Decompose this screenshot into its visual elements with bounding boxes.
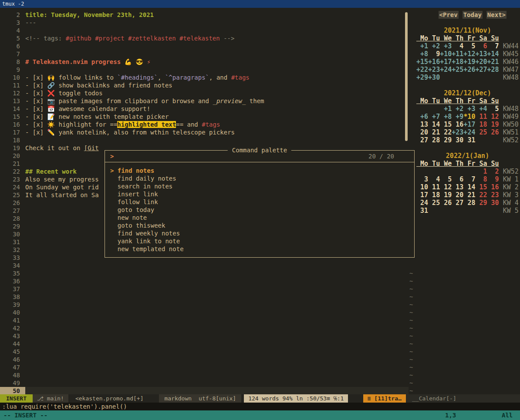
calendar-week-row[interactable]: +15+16+17+18+19+20+21 KW46 — [416, 58, 519, 66]
calendar-week-row[interactable]: +22+23+24+25+26+27+28 KW47 — [416, 66, 519, 74]
editor-line[interactable]: 15- [x] 📝 new notes with template picker — [0, 113, 409, 121]
line-number: 50 — [0, 387, 25, 394]
line-text: - [x] ☀️ highlight for ==highlighted tex… — [25, 121, 220, 128]
empty-line-tilde: ~ — [409, 301, 413, 309]
editor-line[interactable]: 35 — [0, 269, 409, 277]
line-number: 35 — [0, 269, 25, 277]
palette-item[interactable]: insert link — [110, 190, 414, 198]
editor-line[interactable]: 45 — [0, 348, 409, 356]
editor-line[interactable]: 9 — [0, 66, 409, 74]
line-text: # Telekasten.nvim progress 💪 😎 ⚡ — [25, 58, 151, 66]
palette-item[interactable]: new note — [110, 214, 414, 222]
palette-item[interactable]: follow link — [110, 198, 414, 206]
line-number: 19 — [0, 144, 25, 152]
calendar-week-row[interactable]: 13 14 15 16+17 18 19 KW50 — [416, 121, 519, 128]
calendar-next-button[interactable]: Next> — [486, 11, 506, 19]
calendar-week-row[interactable]: 27 28 29 30 31 KW52 — [416, 136, 519, 144]
mode-indicator: INSERT — [0, 394, 33, 403]
editor-line[interactable]: 2title: Tuesday, November 23th, 2021 — [0, 11, 409, 19]
editor-line[interactable]: 16- [x] ☀️ highlight for ==highlighted t… — [0, 121, 409, 128]
calendar-week-row[interactable]: 10 11 12 13 14 15 16 KW 2 — [416, 183, 519, 191]
scrollbar-thumb[interactable] — [405, 12, 408, 141]
editor-line[interactable]: 41 — [0, 316, 409, 324]
editor-line[interactable]: 14- [x] 📅 awesome calendar support! — [0, 105, 409, 113]
editor-line[interactable]: 37 — [0, 285, 409, 293]
palette-item[interactable]: goto thisweek — [110, 222, 414, 229]
editor-line[interactable]: 12- [x] ❌ toggle todos — [0, 89, 409, 97]
editor-line[interactable]: 47 — [0, 363, 409, 371]
palette-item[interactable]: new templated note — [110, 245, 414, 253]
line-number: 15 — [0, 113, 25, 121]
calendar-week-row[interactable]: 24 25 26 27 28 29 30 KW 4 — [416, 199, 519, 207]
calendar-week-row[interactable]: 20 21 22+23+24 25 26 KW51 — [416, 128, 519, 136]
line-text: - [x] 📝 new notes with template picker — [25, 113, 169, 121]
editor-line[interactable]: 44 — [0, 340, 409, 348]
editor-line[interactable]: 39 — [0, 301, 409, 309]
editor-line[interactable]: 49 — [0, 379, 409, 387]
line-text: <!-- tags: #github #project #zettelkaste… — [25, 34, 234, 42]
palette-item[interactable]: > find notes — [110, 167, 414, 175]
line-text: - [x] ✏️ yank notelink, also from wthin … — [25, 128, 235, 136]
palette-item[interactable]: goto today — [110, 206, 414, 214]
editor-line[interactable]: 13- [x] 📷 paste images from clipboard or… — [0, 97, 409, 105]
neovim-workspace: 2title: Tuesday, November 23th, 20213---… — [0, 8, 520, 394]
calendar-week-row[interactable]: +8 9+10+11+12+13+14 KW45 — [416, 50, 519, 58]
line-number: 2 — [0, 11, 25, 19]
line-number: 12 — [0, 89, 25, 97]
editor-line[interactable]: 17- [x] ✏️ yank notelink, also from wthi… — [0, 128, 409, 136]
calendar-weekday-header: Mo Tu We Th Fr Sa Su — [416, 160, 519, 168]
editor-line[interactable]: 50 — [0, 387, 409, 394]
calendar-week-row[interactable]: +1 +2 +3 4 5 6 7 KW44 — [416, 42, 519, 50]
calendar-week-row[interactable]: +6 +7 +8 +9*10 11 12 KW49 — [416, 113, 519, 121]
empty-line-tilde: ~ — [409, 269, 413, 277]
editor-line[interactable]: 46 — [0, 356, 409, 363]
calendar-week-row[interactable]: 17 18 19 20 21 22 23 KW 3 — [416, 191, 519, 199]
editor-line[interactable]: 8# Telekasten.nvim progress 💪 😎 ⚡ — [0, 58, 409, 66]
command-line[interactable]: :lua require('telekasten').panel() — [0, 403, 520, 410]
editor-line[interactable]: 43 — [0, 332, 409, 340]
editor-line[interactable]: 6 — [0, 42, 409, 50]
calendar-weekday-header: Mo Tu We Th Fr Sa Su — [416, 97, 519, 105]
calendar-today-button[interactable]: Today — [463, 11, 483, 19]
editor-line[interactable]: 48 — [0, 371, 409, 379]
editor-line[interactable]: 34 — [0, 262, 409, 269]
calendar-week-row[interactable]: 3 4 5 6 7 8 9 KW 1 — [416, 175, 519, 183]
line-number: 20 — [0, 152, 25, 160]
editor-line[interactable]: 40 — [0, 309, 409, 316]
editor-line[interactable]: 5<!-- tags: #github #project #zettelkast… — [0, 34, 409, 42]
calendar-month: 2021/12(Dec) Mo Tu We Th Fr Sa Su +1 +2 … — [416, 89, 519, 144]
calendar-month-title: 2021/12(Dec) — [416, 89, 519, 97]
line-text: title: Tuesday, November 23th, 2021 — [25, 11, 154, 19]
calendar-prev-button[interactable]: <Prev — [439, 11, 459, 19]
line-number: 37 — [0, 285, 25, 293]
calendar-month-title: 2022/1(Jan) — [416, 152, 519, 160]
editor-line[interactable]: 10- [x] 🙌 follow links to `#headings`, `… — [0, 74, 409, 81]
line-number: 36 — [0, 277, 25, 285]
calendar-week-row[interactable]: +1 +2 +3 +4 5 KW48 — [416, 105, 519, 113]
editor-line[interactable]: 38 — [0, 293, 409, 301]
line-text: On Sunday we got rid — [25, 183, 99, 191]
editor-line[interactable]: 3--- — [0, 19, 409, 27]
insert-mode-label: -- INSERT -- — [3, 410, 47, 420]
statusline: INSERT ⎇ main! <ekasten.promo.md[+] mark… — [0, 394, 520, 403]
calendar-week-row[interactable]: +29+30 KW48 — [416, 74, 519, 81]
empty-line-tilde: ~ — [409, 340, 413, 348]
palette-item[interactable]: find weekly notes — [110, 229, 414, 237]
editor-line[interactable]: 4 — [0, 27, 409, 34]
calendar-week-row[interactable]: 31 KW 5 — [416, 207, 519, 215]
editor-line[interactable]: 11- [x] 🔗 show backlinks and friend note… — [0, 81, 409, 89]
line-number: 8 — [0, 58, 25, 66]
palette-item[interactable]: find daily notes — [110, 175, 414, 182]
calendar-statusline: __Calendar[-] — [406, 394, 520, 403]
editor-line[interactable]: 42 — [0, 324, 409, 332]
line-number: 27 — [0, 207, 25, 215]
editor-line[interactable]: 7 — [0, 50, 409, 58]
calendar-week-row[interactable]: 1 2 KW52 — [416, 168, 519, 175]
editor-line[interactable]: 18 — [0, 136, 409, 144]
empty-line-tilde: ~ — [409, 387, 413, 395]
palette-item[interactable]: search in notes — [110, 182, 414, 190]
filetype: markdown — [164, 395, 192, 402]
editor-line[interactable]: 36 — [0, 277, 409, 285]
palette-item[interactable]: yank link to note — [110, 237, 414, 245]
line-number: 6 — [0, 42, 25, 50]
